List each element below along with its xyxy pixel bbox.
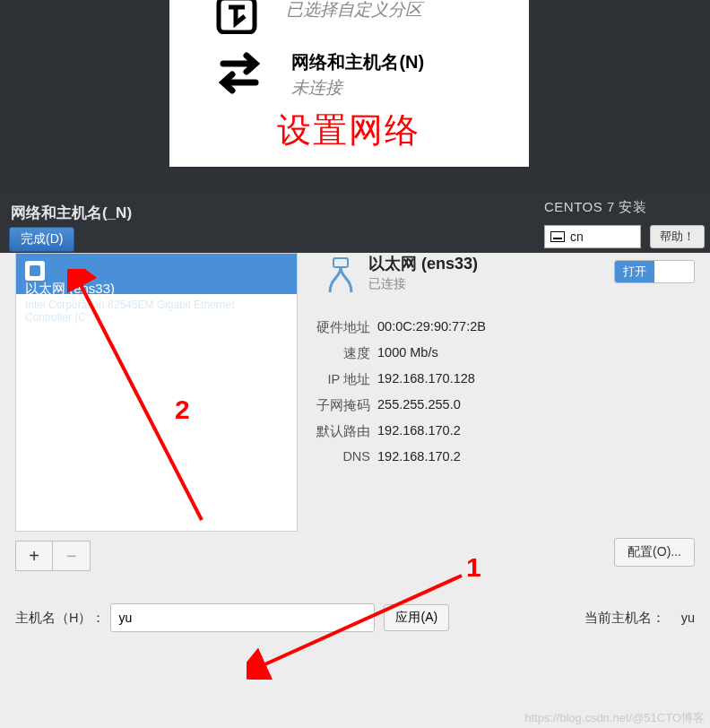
partition-status: 已选择自定义分区 — [286, 0, 422, 22]
mask-value: 255.255.255.0 — [377, 397, 461, 414]
dns-value: 192.168.170.2 — [377, 449, 461, 464]
toggle-on-label: 打开 — [615, 261, 654, 282]
ethernet-port-icon — [316, 256, 365, 299]
keyboard-layout-selector[interactable]: cn — [544, 225, 641, 248]
current-hostname-label: 当前主机名： — [584, 611, 665, 625]
watermark: https://blog.csdn.net/@51CTO博客 — [524, 710, 705, 726]
ethernet-card-icon — [25, 261, 45, 281]
speed-value: 1000 Mb/s — [377, 345, 438, 362]
mask-label: 子网掩码 — [316, 397, 370, 414]
annotation-caption: 设置网络 — [277, 108, 420, 153]
current-hostname-value: yu — [681, 611, 695, 625]
dns-label: DNS — [316, 449, 370, 464]
top-dark-region: 已选择自定义分区 网络和主机名(N) 未连接 设置网络 — [0, 0, 710, 192]
speed-label: 速度 — [316, 345, 370, 362]
add-device-button[interactable]: + — [15, 541, 53, 571]
device-description: Intel Corporation 82545EM Gigabit Ethern… — [25, 299, 258, 324]
keyboard-icon — [550, 231, 565, 242]
ip-value: 192.168.170.128 — [377, 371, 475, 388]
network-option[interactable]: 网络和主机名(N) 未连接 — [214, 50, 424, 100]
device-item-ens33[interactable]: 以太网 (ens33) Intel Corporation 82545EM Gi… — [16, 254, 297, 294]
hostname-row: 主机名（H）： 应用(A) 当前主机名： yu — [15, 603, 695, 632]
device-column: 以太网 (ens33) Intel Corporation 82545EM Gi… — [15, 253, 298, 571]
toggle-handle — [654, 261, 694, 282]
device-list[interactable]: 以太网 (ens33) Intel Corporation 82545EM Gi… — [15, 253, 298, 532]
installer-label: CENTOS 7 安装 — [544, 199, 705, 216]
network-option-title: 网络和主机名(N) — [291, 50, 424, 74]
main-content: 以太网 (ens33) Intel Corporation 82545EM Gi… — [0, 253, 710, 728]
connection-status: 已连接 — [368, 276, 478, 292]
network-info: 硬件地址00:0C:29:90:77:2B 速度1000 Mb/s IP 地址1… — [316, 319, 695, 464]
hw-addr-value: 00:0C:29:90:77:2B — [377, 319, 486, 336]
gateway-value: 192.168.170.2 — [377, 423, 461, 440]
network-arrows-icon — [214, 50, 272, 99]
partition-option[interactable]: 已选择自定义分区 — [214, 0, 422, 38]
page-header: 网络和主机名(_N) 完成(D) CENTOS 7 安装 cn 帮助！ — [0, 192, 710, 253]
hostname-label: 主机名（H）： — [15, 610, 105, 627]
hostname-input[interactable] — [110, 603, 375, 632]
apply-button[interactable]: 应用(A) — [384, 604, 449, 631]
device-name: 以太网 (ens33) — [25, 281, 258, 298]
summary-panel: 已选择自定义分区 网络和主机名(N) 未连接 设置网络 — [169, 0, 529, 167]
detail-column: 以太网 (ens33) 已连接 打开 硬件地址00:0C:29:90:77:2B… — [316, 253, 695, 472]
disk-icon — [214, 0, 266, 38]
keyboard-layout-value: cn — [570, 230, 584, 244]
ip-label: IP 地址 — [316, 371, 370, 388]
help-button[interactable]: 帮助！ — [650, 225, 705, 248]
configure-button[interactable]: 配置(O)... — [614, 538, 695, 567]
device-add-remove: + − — [15, 541, 298, 571]
connection-title: 以太网 (ens33) — [368, 253, 478, 274]
hw-addr-label: 硬件地址 — [316, 319, 370, 336]
network-option-status: 未连接 — [291, 76, 424, 100]
gateway-label: 默认路由 — [316, 423, 370, 440]
done-button[interactable]: 完成(D) — [9, 227, 74, 252]
svg-rect-1 — [333, 258, 348, 267]
remove-device-button[interactable]: − — [53, 541, 91, 571]
connection-toggle[interactable]: 打开 — [614, 260, 695, 283]
